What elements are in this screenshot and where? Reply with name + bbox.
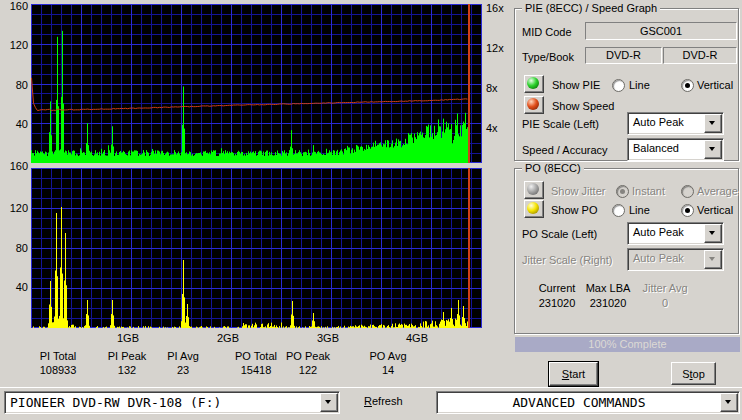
disc-quality-scan-window: 160 120 80 40 16x 12x 8x 4x 160 120 80 4… <box>0 0 742 420</box>
po-peak-label: PO Peak <box>279 350 337 362</box>
pi-peak-label: PI Peak <box>97 350 157 362</box>
type-book-label: Type/Book <box>522 51 574 63</box>
x-tick-4gb: 4GB <box>399 332 435 344</box>
po-group-title: PO (8ECC) <box>522 162 584 174</box>
po-y-tick-40: 40 <box>2 281 28 293</box>
pie-vertical-radio[interactable] <box>681 79 694 92</box>
jitter-instant-label: Instant <box>632 185 665 197</box>
max-lba-value: 231020 <box>578 297 638 309</box>
chevron-down-icon[interactable] <box>704 114 722 133</box>
red-led-icon <box>527 98 539 110</box>
pi-total-label: PI Total <box>23 350 93 362</box>
jitter-avg-label: Jitter Avg <box>635 282 695 294</box>
show-jitter-label: Show Jitter <box>551 185 605 197</box>
speed-accuracy-label: Speed / Accuracy <box>522 144 608 156</box>
start-button[interactable]: Start <box>549 362 598 386</box>
gray-led-icon <box>527 183 539 195</box>
chevron-down-icon[interactable] <box>320 393 338 412</box>
po-avg-label: PO Avg <box>359 350 417 362</box>
mid-code-field: GSC001 <box>585 22 737 40</box>
bottom-bar-divider <box>0 387 742 388</box>
po-y-tick-160: 160 <box>2 160 28 172</box>
jitter-instant-radio <box>616 185 629 198</box>
yellow-led-icon <box>527 202 539 214</box>
jitter-scale-label: Jitter Scale (Right) <box>522 254 612 266</box>
chevron-down-icon <box>704 250 722 269</box>
advanced-commands-select[interactable]: ADVANCED COMMANDS <box>436 391 740 414</box>
x-tick-3gb: 3GB <box>310 332 346 344</box>
speed-accuracy-value: Balanced <box>633 142 679 154</box>
jitter-average-radio <box>681 185 694 198</box>
pie-scale-select[interactable]: Auto Peak <box>627 112 724 135</box>
speed-tick-8x: 8x <box>486 82 498 94</box>
speed-tick-4x: 4x <box>486 122 498 134</box>
refresh-link[interactable]: Refresh <box>364 395 403 407</box>
show-po-led-button[interactable] <box>524 200 544 218</box>
pie-speed-group: PIE (8ECC) / Speed Graph MID Code GSC001… <box>514 8 739 161</box>
show-pie-label: Show PIE <box>552 79 600 91</box>
speed-tick-12x: 12x <box>486 42 504 54</box>
pi-avg-value: 23 <box>154 364 212 376</box>
po-total-label: PO Total <box>225 350 287 362</box>
po-line-label: Line <box>629 204 650 216</box>
pie-y-tick-120: 120 <box>2 39 28 51</box>
advanced-commands-value: ADVANCED COMMANDS <box>437 395 721 410</box>
po-y-tick-80: 80 <box>2 242 28 254</box>
speed-accuracy-select[interactable]: Balanced <box>627 138 724 161</box>
pie-y-tick-160: 160 <box>2 0 28 12</box>
jitter-scale-value: Auto Peak <box>633 252 684 264</box>
chevron-down-icon[interactable] <box>704 224 722 243</box>
po-scale-select[interactable]: Auto Peak <box>627 222 724 245</box>
pie-group-title: PIE (8ECC) / Speed Graph <box>522 2 660 14</box>
max-lba-label: Max LBA <box>578 282 638 294</box>
show-speed-led-button[interactable] <box>524 96 544 114</box>
book-type-field: DVD-R <box>663 47 737 64</box>
pie-scale-label: PIE Scale (Left) <box>522 118 599 130</box>
x-tick-2gb: 2GB <box>210 332 246 344</box>
speed-tick-16x: 16x <box>486 2 504 14</box>
pie-speed-chart <box>31 4 482 163</box>
po-scale-value: Auto Peak <box>633 226 684 238</box>
pi-avg-label: PI Avg <box>154 350 212 362</box>
po-vertical-radio[interactable] <box>681 204 694 217</box>
device-select[interactable]: PIONEER DVD-RW DVR-108 (F:) <box>4 391 340 414</box>
pie-vertical-label: Vertical <box>697 79 733 91</box>
po-vertical-label: Vertical <box>697 204 733 216</box>
show-speed-label: Show Speed <box>552 100 614 112</box>
jitter-scale-select: Auto Peak <box>627 248 724 271</box>
stop-button[interactable]: Stop <box>671 362 716 385</box>
po-peak-value: 122 <box>279 364 337 376</box>
progress-bar: 100% Complete <box>515 337 740 352</box>
po-group: PO (8ECC) Show Jitter Instant Average Sh… <box>514 168 739 334</box>
pie-y-tick-40: 40 <box>2 118 28 130</box>
chevron-down-icon[interactable] <box>704 140 722 159</box>
po-scale-label: PO Scale (Left) <box>522 228 597 240</box>
green-led-icon <box>527 77 539 89</box>
pie-scale-value: Auto Peak <box>633 116 684 128</box>
pie-line-label: Line <box>629 79 650 91</box>
jitter-avg-value: 0 <box>635 297 695 309</box>
show-jitter-led-button <box>524 181 544 199</box>
x-tick-1gb: 1GB <box>110 332 146 344</box>
device-select-value: PIONEER DVD-RW DVR-108 (F:) <box>10 395 221 410</box>
pi-total-value: 108933 <box>23 364 93 376</box>
pie-line-radio[interactable] <box>612 79 625 92</box>
jitter-average-label: Average <box>697 185 738 197</box>
po-y-tick-120: 120 <box>2 202 28 214</box>
disc-type-field: DVD-R <box>585 47 662 64</box>
show-po-label: Show PO <box>551 204 597 216</box>
mid-code-label: MID Code <box>522 26 572 38</box>
po-line-radio[interactable] <box>612 204 625 217</box>
po-avg-value: 14 <box>359 364 417 376</box>
chevron-down-icon[interactable] <box>720 393 738 412</box>
pi-peak-value: 132 <box>97 364 157 376</box>
po-chart <box>31 168 482 328</box>
show-pie-led-button[interactable] <box>524 75 544 93</box>
pie-y-tick-80: 80 <box>2 79 28 91</box>
po-total-value: 15418 <box>225 364 287 376</box>
